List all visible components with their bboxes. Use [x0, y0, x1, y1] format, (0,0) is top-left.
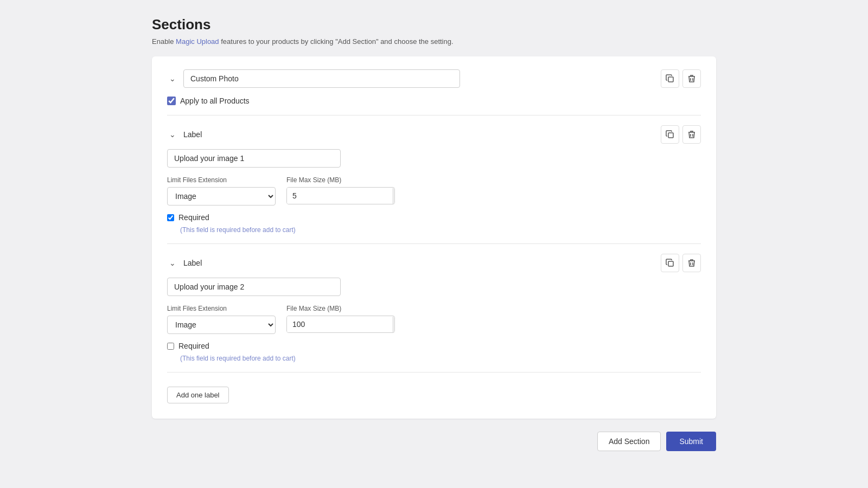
label-1-input[interactable]: [167, 149, 341, 168]
add-section-button[interactable]: Add Section: [597, 432, 661, 451]
label-1-size-label: File Max Size (MB): [286, 176, 395, 184]
apply-all-checkbox[interactable]: [167, 97, 176, 105]
label-1-mb-suffix: MB: [393, 188, 395, 204]
copy-icon-1: [666, 130, 674, 139]
section-copy-btn[interactable]: [661, 69, 679, 88]
label-1-size-input[interactable]: [287, 188, 393, 204]
label-2-fields-row: Limit Files Extension Image Video Any Fi…: [167, 305, 701, 334]
trash-icon: [687, 74, 696, 83]
label-2-required-checkbox[interactable]: [167, 343, 174, 350]
label-2-required-hint: (This field is required before add to ca…: [180, 355, 296, 362]
footer: Add Section Submit: [152, 432, 716, 451]
section-delete-btn[interactable]: [682, 69, 701, 88]
label-1-size-group: File Max Size (MB) MB: [286, 176, 395, 206]
section-collapse-btn[interactable]: ⌄: [167, 73, 178, 84]
label-2-size-group: File Max Size (MB) MB: [286, 305, 395, 334]
apply-products-row: Apply to all Products: [167, 97, 701, 105]
svg-rect-3: [668, 133, 673, 138]
label-1-required-row: Required (This field is required before …: [167, 213, 701, 234]
label-1-size-wrap: MB: [286, 187, 395, 204]
page-subtitle: Enable Magic Upload features to your pro…: [152, 37, 716, 46]
label-2-ext-label: Limit Files Extension: [167, 305, 276, 312]
label-2-delete-btn[interactable]: [682, 254, 701, 272]
label-2-ext-select[interactable]: Image Video Any: [167, 316, 276, 334]
label-section-1: ⌄ Label: [167, 125, 701, 234]
label-2-required-inner: Required: [167, 342, 209, 350]
label-2-title: Label: [183, 259, 202, 267]
label-2-collapse-btn[interactable]: ⌄: [167, 258, 178, 268]
sections-card: ⌄: [152, 56, 716, 419]
label-section-2: ⌄ Label: [167, 254, 701, 362]
page-title: Sections: [152, 16, 716, 33]
divider-3: [167, 372, 701, 373]
label-2-size-label: File Max Size (MB): [286, 305, 395, 312]
label-1-title: Label: [183, 130, 202, 139]
label-1-collapse-btn[interactable]: ⌄: [167, 129, 178, 140]
svg-rect-0: [668, 77, 673, 82]
chevron-down-icon-2: ⌄: [169, 259, 176, 267]
label-1-copy-btn[interactable]: [661, 125, 679, 144]
chevron-down-icon-1: ⌄: [169, 130, 176, 139]
label-1-required-checkbox[interactable]: [167, 214, 174, 221]
label-1-ext-label: Limit Files Extension: [167, 176, 276, 184]
add-label-button[interactable]: Add one label: [167, 387, 229, 403]
label-1-required-label: Required: [178, 213, 209, 222]
svg-rect-6: [668, 261, 673, 266]
trash-icon-2: [687, 259, 696, 267]
label-2-size-input[interactable]: [287, 316, 393, 332]
label-1-delete-btn[interactable]: [682, 125, 701, 144]
copy-icon: [666, 74, 674, 83]
submit-button[interactable]: Submit: [666, 432, 716, 451]
magic-upload-link[interactable]: Magic Upload: [176, 37, 219, 46]
section-actions: [661, 69, 701, 88]
label-2-required-label: Required: [178, 342, 209, 350]
label-1-required-hint: (This field is required before add to ca…: [180, 226, 296, 234]
label-2-actions: [661, 254, 701, 272]
section-header-row: ⌄: [167, 69, 701, 88]
label-2-header-row: ⌄ Label: [167, 254, 701, 272]
apply-all-label: Apply to all Products: [180, 97, 250, 105]
label-1-ext-group: Limit Files Extension Image Video Any: [167, 176, 276, 206]
label-2-mb-suffix: MB: [393, 317, 395, 332]
label-2-input[interactable]: [167, 278, 341, 296]
label-1-required-inner: Required: [167, 213, 209, 222]
divider-1: [167, 115, 701, 115]
label-2-size-wrap: MB: [286, 316, 395, 333]
copy-icon-2: [666, 259, 674, 267]
label-2-required-row: Required (This field is required before …: [167, 342, 701, 362]
label-1-fields-row: Limit Files Extension Image Video Any Fi…: [167, 176, 701, 206]
label-1-header-row: ⌄ Label: [167, 125, 701, 144]
label-2-ext-group: Limit Files Extension Image Video Any: [167, 305, 276, 334]
chevron-down-icon: ⌄: [169, 74, 176, 83]
label-2-copy-btn[interactable]: [661, 254, 679, 272]
section-name-input[interactable]: [183, 69, 460, 88]
label-1-actions: [661, 125, 701, 144]
label-1-ext-select[interactable]: Image Video Any: [167, 187, 276, 206]
trash-icon-1: [687, 130, 696, 139]
divider-2: [167, 243, 701, 244]
